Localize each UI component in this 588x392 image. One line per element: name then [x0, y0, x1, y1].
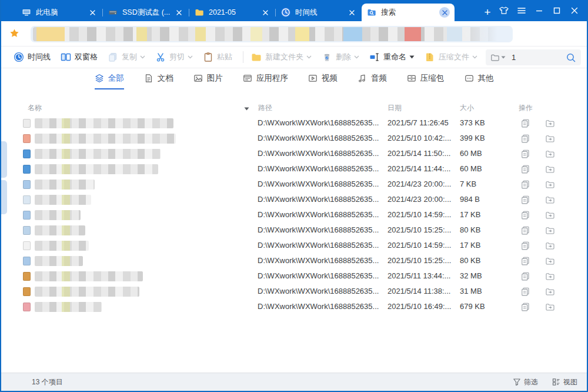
- main-menu-button[interactable]: [513, 0, 530, 21]
- table-row[interactable]: D:\WXwork\WXWork\1688852635...2021/5/11 …: [1, 268, 587, 284]
- table-row[interactable]: D:\WXwork\WXWork\1688852635...2021/4/23 …: [1, 177, 587, 192]
- close-button[interactable]: [566, 0, 583, 21]
- open-location-icon[interactable]: [544, 118, 555, 128]
- computer-icon: [21, 7, 32, 18]
- open-location-icon[interactable]: [544, 240, 555, 251]
- toolbar-button-2[interactable]: 双窗格: [60, 52, 98, 63]
- copy-path-icon[interactable]: [520, 286, 530, 297]
- column-header-size[interactable]: 大小: [460, 100, 474, 115]
- skin-button[interactable]: [495, 0, 513, 21]
- toolbar-button-5[interactable]: 粘贴: [202, 52, 232, 63]
- search-scope-folder-icon[interactable]: [490, 53, 506, 62]
- open-location-icon[interactable]: [544, 225, 555, 235]
- tab-close-icon[interactable]: [346, 7, 357, 18]
- table-row[interactable]: D:\WXwork\WXWork\1688852635...2021/5/10 …: [1, 299, 587, 314]
- breadcrumb[interactable]: [31, 26, 513, 42]
- tab-close-icon[interactable]: [260, 7, 270, 18]
- view-button[interactable]: 视图: [552, 377, 577, 387]
- file-size: 80 KB: [460, 222, 480, 238]
- minimize-button[interactable]: [530, 0, 548, 21]
- toolbar-button-4[interactable]: 剪切: [155, 52, 193, 63]
- tab-close-icon[interactable]: [87, 7, 98, 18]
- tab-close-icon[interactable]: [439, 7, 450, 18]
- chevron-down-icon[interactable]: [409, 55, 415, 59]
- open-location-icon[interactable]: [544, 194, 555, 205]
- copy-path-icon[interactable]: [520, 194, 530, 205]
- table-row[interactable]: D:\WXwork\WXWork\1688852635...2021/5/14 …: [1, 146, 587, 161]
- copy-path-icon[interactable]: [520, 225, 530, 235]
- copy-path-icon[interactable]: [520, 133, 530, 144]
- filter-tab-6[interactable]: 音频: [358, 73, 387, 89]
- table-row[interactable]: D:\WXwork\WXWork\1688852635...2021/5/14 …: [1, 161, 587, 177]
- toolbar-button-3[interactable]: 复制: [107, 52, 145, 63]
- copy-path-icon[interactable]: [520, 148, 530, 159]
- table-row[interactable]: D:\WXwork\WXWork\1688852635...2021/5/10 …: [1, 238, 587, 253]
- chevron-down-icon[interactable]: [354, 55, 359, 59]
- tab-2[interactable]: SSD测试盘 (...: [103, 4, 189, 21]
- tab-4[interactable]: 时间线: [276, 4, 362, 21]
- open-location-icon[interactable]: [544, 210, 555, 220]
- copy-path-icon[interactable]: [520, 240, 530, 251]
- tab-3[interactable]: 2021-05: [189, 4, 275, 21]
- new-tab-button[interactable]: +: [479, 4, 496, 21]
- column-header-name[interactable]: 名称: [28, 100, 42, 115]
- search-input[interactable]: [508, 53, 566, 62]
- search-icon[interactable]: [566, 52, 576, 63]
- file-date: 2021/5/10 15:25:...: [387, 253, 451, 268]
- copy-path-icon[interactable]: [520, 179, 530, 190]
- toolbar-button-7[interactable]: 新建文件夹: [250, 52, 312, 63]
- table-row[interactable]: D:\WXwork\WXWork\1688852635...2021/5/10 …: [1, 207, 587, 222]
- copy-path-icon[interactable]: [520, 210, 530, 220]
- table-row[interactable]: D:\WXwork\WXWork\1688852635...2021/5/10 …: [1, 131, 587, 146]
- column-header-path[interactable]: 路径: [258, 100, 272, 115]
- filter-tab-5[interactable]: 视频: [308, 73, 338, 89]
- column-header-date[interactable]: 日期: [387, 100, 402, 115]
- file-size: 7 KB: [460, 177, 476, 192]
- copy-path-icon[interactable]: [520, 118, 530, 128]
- filter-tab-3[interactable]: 图片: [193, 73, 223, 89]
- table-row[interactable]: D:\WXwork\WXWork\1688852635...2021/5/10 …: [1, 222, 587, 238]
- chevron-down-icon[interactable]: [306, 55, 312, 59]
- filter-tab-4[interactable]: 应用程序: [243, 73, 288, 89]
- file-type-icon: [23, 241, 31, 250]
- toolbar-button-10[interactable]: 压缩文件: [424, 52, 477, 63]
- filter-button[interactable]: 筛选: [513, 377, 538, 387]
- address-bar: [1, 21, 587, 46]
- open-location-icon[interactable]: [544, 148, 555, 159]
- file-date: 2021/5/7 11:26:45: [387, 115, 449, 131]
- table-row[interactable]: D:\WXwork\WXWork\1688852635...2021/5/10 …: [1, 253, 587, 268]
- filter-tab-1[interactable]: 全部: [95, 73, 124, 89]
- chevron-down-icon[interactable]: [472, 55, 477, 59]
- file-date: 2021/5/10 10:42:...: [387, 131, 451, 146]
- table-row[interactable]: D:\WXwork\WXWork\1688852635...2021/4/23 …: [1, 192, 587, 207]
- table-row[interactable]: D:\WXwork\WXWork\1688852635...2021/5/7 1…: [1, 115, 587, 131]
- chevron-down-icon[interactable]: [140, 55, 145, 59]
- copy-path-icon[interactable]: [520, 255, 530, 266]
- tab-close-icon[interactable]: [173, 7, 184, 18]
- table-row[interactable]: D:\WXwork\WXWork\1688852635...2021/5/14 …: [1, 284, 587, 299]
- open-location-icon[interactable]: [544, 301, 555, 312]
- copy-path-icon[interactable]: [520, 164, 530, 174]
- open-location-icon[interactable]: [544, 179, 555, 190]
- filter-tab-2[interactable]: 文档: [144, 73, 173, 89]
- tab-1[interactable]: 此电脑: [16, 4, 102, 21]
- favorite-star-icon[interactable]: [9, 28, 19, 41]
- chevron-down-icon[interactable]: [188, 55, 193, 59]
- side-panel-handle[interactable]: [1, 180, 7, 214]
- filter-tab-8[interactable]: 其他: [464, 73, 493, 89]
- maximize-button[interactable]: [548, 0, 566, 21]
- sort-caret-icon[interactable]: [244, 101, 249, 116]
- tab-5[interactable]: 搜索: [362, 4, 455, 21]
- open-location-icon[interactable]: [544, 133, 555, 144]
- copy-path-icon[interactable]: [520, 271, 530, 281]
- open-location-icon[interactable]: [544, 164, 555, 174]
- filter-tab-7[interactable]: 压缩包: [407, 73, 445, 89]
- toolbar-button-1[interactable]: 时间线: [13, 52, 51, 63]
- toolbar-button-8[interactable]: 删除: [321, 52, 359, 63]
- toolbar-button-9[interactable]: 重命名: [369, 52, 415, 63]
- side-panel-handle[interactable]: [1, 141, 7, 178]
- open-location-icon[interactable]: [544, 255, 555, 266]
- copy-path-icon[interactable]: [520, 301, 530, 312]
- open-location-icon[interactable]: [544, 271, 555, 281]
- open-location-icon[interactable]: [544, 286, 555, 297]
